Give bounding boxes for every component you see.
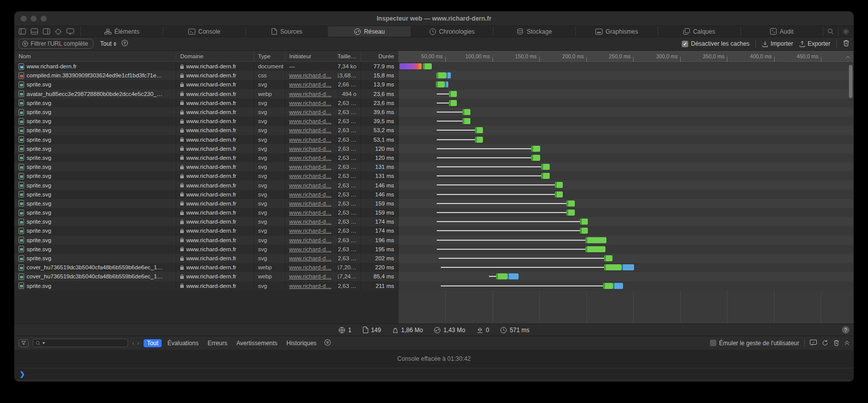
table-row[interactable]: sprite.svgwww.richard-dern.frsvgwww.rich… <box>15 190 399 199</box>
initiator-link[interactable]: www.richard-d… <box>289 191 331 197</box>
clear-network-trash-icon[interactable] <box>843 40 849 48</box>
vertical-scrollbar[interactable] <box>849 65 852 98</box>
tab-audit[interactable]: Audit <box>741 26 823 37</box>
table-row[interactable]: sprite.svgwww.richard-dern.frsvgwww.rich… <box>15 217 399 226</box>
waterfall-row[interactable] <box>399 135 853 144</box>
initiator-link[interactable]: www.richard-d… <box>289 118 331 124</box>
dock-right-icon[interactable] <box>43 28 50 35</box>
table-row[interactable]: sprite.svgwww.richard-dern.frsvgwww.rich… <box>15 135 399 144</box>
col-type[interactable]: Type <box>254 51 285 61</box>
console-scope-évaluations[interactable]: Évaluations <box>164 339 202 347</box>
initiator-link[interactable]: www.richard-d… <box>289 91 331 97</box>
waterfall-row[interactable] <box>399 199 853 208</box>
export-button[interactable]: Exporter <box>799 40 830 47</box>
tab-graphics[interactable]: Graphismes <box>576 26 658 37</box>
clear-console-trash-icon[interactable] <box>833 340 839 346</box>
waterfall-row[interactable] <box>399 117 853 126</box>
console-filter-options-icon[interactable] <box>324 339 331 347</box>
table-row[interactable]: sprite.svgwww.richard-dern.frsvgwww.rich… <box>15 108 399 117</box>
waterfall-row[interactable] <box>399 153 853 162</box>
waterfall-row[interactable] <box>399 89 853 98</box>
initiator-link[interactable]: www.richard-d… <box>289 200 331 207</box>
collapse-chevrons-icon[interactable] <box>844 340 849 346</box>
dock-bottom-icon[interactable] <box>31 28 38 35</box>
waterfall-row[interactable] <box>399 80 853 89</box>
waterfall-row[interactable] <box>399 180 853 189</box>
col-taille[interactable]: Taille… <box>338 51 361 61</box>
console-scope-erreurs[interactable]: Erreurs <box>204 339 230 347</box>
table-row[interactable]: sprite.svgwww.richard-dern.frsvgwww.rich… <box>15 144 399 153</box>
console-scope-historiques[interactable]: Historiques <box>283 339 320 347</box>
table-row[interactable]: sprite.svgwww.richard-dern.frsvgwww.rich… <box>15 226 399 235</box>
initiator-link[interactable]: www.richard-d… <box>289 155 331 161</box>
waterfall-row[interactable] <box>399 281 853 290</box>
console-filter-funnel-icon[interactable] <box>19 339 29 347</box>
table-row[interactable]: compiled.min.38390909f303624ed9e1cf1bd3f… <box>15 71 399 80</box>
tab-storage[interactable]: Stockage <box>493 26 576 37</box>
initiator-link[interactable]: www.richard-d… <box>289 72 331 78</box>
element-picker-icon[interactable] <box>55 28 62 35</box>
waterfall-row[interactable] <box>399 98 853 108</box>
tab-network[interactable]: Réseau <box>328 26 411 37</box>
initiator-link[interactable]: www.richard-d… <box>289 237 331 243</box>
settings-gear-icon[interactable] <box>838 26 853 37</box>
next-result-button[interactable]: › <box>137 339 139 347</box>
initiator-link[interactable]: www.richard-d… <box>289 127 331 133</box>
tab-layers[interactable]: Calques <box>658 26 740 37</box>
table-row[interactable]: cover_hu736519dc3b5040cfa48b6b559b6de6ec… <box>15 263 399 272</box>
prev-result-button[interactable]: ‹ <box>132 339 134 347</box>
waterfall-row[interactable] <box>399 162 853 171</box>
url-filter-input[interactable]: Filtrer l'URL complète <box>19 39 93 49</box>
emulate-user-gesture-checkbox[interactable]: ✓ Émuler le geste de l'utilisateur <box>710 340 799 347</box>
waterfall-row[interactable] <box>399 263 853 272</box>
initiator-link[interactable]: www.richard-d… <box>289 255 331 261</box>
table-row[interactable]: www.richard-dern.frwww.richard-dern.frdo… <box>15 62 399 71</box>
waterfall-row[interactable] <box>399 226 853 235</box>
waterfall-row[interactable] <box>399 217 853 226</box>
table-row[interactable]: sprite.svgwww.richard-dern.frsvgwww.rich… <box>15 153 399 162</box>
dock-left-icon[interactable] <box>19 28 26 35</box>
table-row[interactable]: sprite.svgwww.richard-dern.frsvgwww.rich… <box>15 117 399 126</box>
table-row[interactable]: sprite.svgwww.richard-dern.frsvgwww.rich… <box>15 126 399 135</box>
waterfall-row[interactable] <box>399 126 853 135</box>
search-button[interactable] <box>823 26 838 37</box>
initiator-link[interactable]: www.richard-d… <box>289 100 331 106</box>
initiator-link[interactable]: www.richard-d… <box>289 210 331 216</box>
table-row[interactable]: sprite.svgwww.richard-dern.frsvgwww.rich… <box>15 245 399 254</box>
waterfall-row[interactable] <box>399 171 853 180</box>
initiator-link[interactable]: www.richard-d… <box>289 264 331 270</box>
tab-console[interactable]: Console <box>163 26 245 37</box>
reload-icon[interactable] <box>822 340 828 346</box>
initiator-link[interactable]: www.richard-d… <box>289 109 331 115</box>
table-row[interactable]: sprite.svgwww.richard-dern.frsvgwww.rich… <box>15 180 399 189</box>
waterfall-row[interactable] <box>399 62 853 71</box>
table-row[interactable]: sprite.svgwww.richard-dern.frsvgwww.rich… <box>15 171 399 180</box>
table-row[interactable]: sprite.svgwww.richard-dern.frsvgwww.rich… <box>15 208 399 217</box>
col-domaine[interactable]: Domaine <box>176 51 254 61</box>
waterfall-row[interactable] <box>399 245 853 254</box>
console-scope-avertissements[interactable]: Avertissements <box>233 339 281 347</box>
console-prompt[interactable]: ❯ <box>15 368 853 380</box>
table-row[interactable]: sprite.svgwww.richard-dern.frsvgwww.rich… <box>15 98 399 108</box>
initiator-link[interactable]: www.richard-d… <box>289 137 331 143</box>
tab-sources[interactable]: Sources <box>246 26 328 37</box>
filter-options-icon[interactable] <box>121 40 128 48</box>
table-row[interactable]: sprite.svgwww.richard-dern.frsvgwww.rich… <box>15 80 399 89</box>
disable-caches-checkbox[interactable]: ✓ Désactiver les caches <box>682 40 750 47</box>
table-row[interactable]: cover_hu736519dc3b5040cfa48b6b559b6de6ec… <box>15 272 399 281</box>
table-row[interactable]: sprite.svgwww.richard-dern.frsvgwww.rich… <box>15 162 399 171</box>
col-nom[interactable]: Nom <box>15 51 176 61</box>
waterfall-row[interactable] <box>399 272 853 281</box>
device-icon[interactable] <box>66 28 74 35</box>
ruler-chevron-up-icon[interactable] <box>845 54 850 60</box>
console-search-input[interactable] <box>33 339 128 347</box>
tab-elements[interactable]: Éléments <box>81 26 163 37</box>
table-row[interactable]: sprite.svgwww.richard-dern.frsvgwww.rich… <box>15 281 399 290</box>
initiator-link[interactable]: www.richard-d… <box>289 228 331 234</box>
initiator-link[interactable]: www.richard-d… <box>289 182 331 188</box>
help-button[interactable]: ? <box>842 326 849 334</box>
waterfall-row[interactable] <box>399 236 853 245</box>
table-row[interactable]: sprite.svgwww.richard-dern.frsvgwww.rich… <box>15 199 399 208</box>
initiator-link[interactable]: www.richard-d… <box>289 146 331 152</box>
col-duree[interactable]: Durée <box>361 51 399 61</box>
